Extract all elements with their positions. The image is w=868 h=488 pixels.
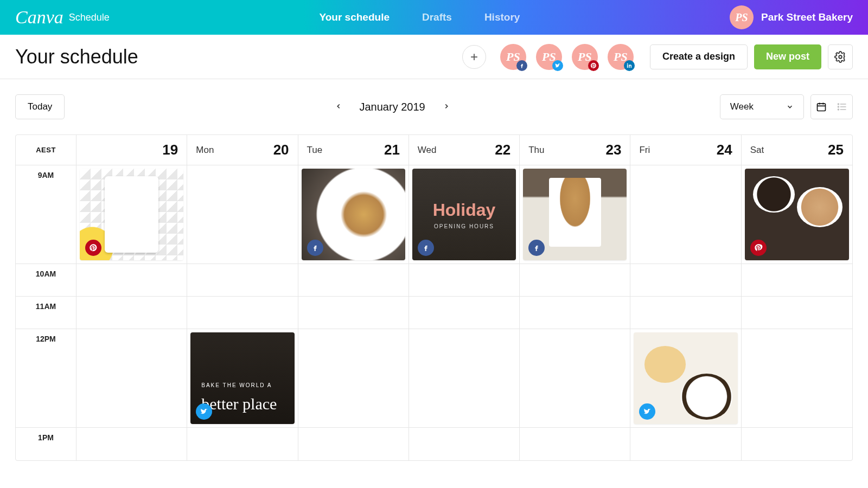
calendar-cell[interactable] bbox=[520, 297, 630, 329]
calendar-cell[interactable] bbox=[742, 428, 852, 460]
calendar-cell[interactable] bbox=[520, 329, 630, 428]
scheduled-post[interactable] bbox=[523, 169, 627, 260]
day-header: Mon20 bbox=[187, 135, 298, 165]
calendar-cell[interactable] bbox=[76, 165, 187, 264]
calendar-cell[interactable] bbox=[187, 428, 298, 460]
calendar-cell[interactable] bbox=[520, 264, 630, 297]
day-header: Wed22 bbox=[409, 135, 520, 165]
svg-point-0 bbox=[839, 55, 842, 59]
user-name: Park Street Bakery bbox=[761, 11, 853, 23]
calendar-cell[interactable] bbox=[298, 428, 409, 460]
scheduled-post[interactable] bbox=[302, 169, 405, 260]
view-mode-toggle bbox=[810, 94, 853, 119]
calendar-cell[interactable] bbox=[76, 264, 187, 297]
post-title: Holiday bbox=[433, 200, 496, 220]
period-nav: January 2019 bbox=[65, 98, 719, 116]
calendar-cell[interactable] bbox=[630, 329, 741, 428]
nav-drafts[interactable]: Drafts bbox=[422, 11, 452, 23]
calendar-cell[interactable] bbox=[298, 165, 409, 264]
calendar-header-row: AEST 19 Mon20 Tue21 Wed22 Thu23 Fri24 Sa… bbox=[16, 135, 852, 165]
svg-point-9 bbox=[838, 106, 839, 107]
scheduled-post[interactable] bbox=[634, 332, 737, 424]
topbar: Canva Schedule Your schedule Drafts Hist… bbox=[0, 0, 868, 35]
scheduled-post[interactable] bbox=[745, 169, 849, 260]
calendar-cell[interactable] bbox=[298, 329, 409, 428]
calendar-cell[interactable] bbox=[742, 329, 852, 428]
calendar-cell[interactable] bbox=[187, 264, 298, 297]
calendar-view-button[interactable] bbox=[811, 95, 832, 119]
sub-header: Your schedule + PS PS PS PS Create a des… bbox=[0, 35, 868, 79]
hour-row: 9AM Holiday OPENING HOURS bbox=[16, 165, 852, 264]
linkedin-icon bbox=[624, 60, 635, 71]
calendar-cell[interactable] bbox=[630, 297, 741, 329]
calendar-cell[interactable] bbox=[76, 329, 187, 428]
hour-label: 9AM bbox=[16, 165, 76, 264]
today-button[interactable]: Today bbox=[15, 94, 65, 119]
hour-label: 12PM bbox=[16, 329, 76, 428]
view-range-select[interactable]: Week bbox=[720, 94, 804, 119]
facebook-icon bbox=[528, 240, 545, 256]
connected-accounts: + PS PS PS PS bbox=[462, 44, 637, 70]
list-view-button[interactable] bbox=[832, 95, 852, 119]
top-nav: Your schedule Drafts History bbox=[110, 11, 730, 23]
calendar-cell[interactable]: Holiday OPENING HOURS bbox=[409, 165, 520, 264]
calendar-cell[interactable] bbox=[520, 165, 630, 264]
calendar-cell[interactable] bbox=[630, 165, 741, 264]
post-headline: better place bbox=[201, 395, 277, 413]
svg-point-10 bbox=[838, 109, 839, 110]
hour-row: 10AM bbox=[16, 264, 852, 297]
nav-history[interactable]: History bbox=[484, 11, 520, 23]
scheduled-post[interactable]: Holiday OPENING HOURS bbox=[412, 169, 516, 260]
brand-logo[interactable]: Canva Schedule bbox=[15, 7, 110, 28]
calendar-cell[interactable] bbox=[409, 428, 520, 460]
calendar-cell[interactable] bbox=[187, 165, 298, 264]
calendar-cell[interactable] bbox=[409, 264, 520, 297]
chevron-down-icon bbox=[786, 103, 794, 111]
calendar-cell[interactable] bbox=[298, 297, 409, 329]
twitter-icon bbox=[639, 403, 655, 420]
timezone-label: AEST bbox=[16, 135, 76, 165]
hour-row: 1PM bbox=[16, 428, 852, 460]
calendar-cell[interactable] bbox=[187, 297, 298, 329]
calendar-icon bbox=[816, 101, 827, 112]
hour-label: 11AM bbox=[16, 297, 76, 329]
svg-rect-1 bbox=[818, 104, 826, 111]
calendar-cell[interactable] bbox=[76, 428, 187, 460]
twitter-icon bbox=[552, 60, 563, 71]
calendar-cell[interactable]: BAKE THE WORLD A better place bbox=[187, 329, 298, 428]
hour-label: 10AM bbox=[16, 264, 76, 297]
account-twitter[interactable]: PS bbox=[536, 44, 562, 70]
day-header: Fri24 bbox=[630, 135, 741, 165]
calendar-cell[interactable] bbox=[76, 297, 187, 329]
facebook-icon bbox=[516, 60, 527, 71]
facebook-icon bbox=[307, 240, 323, 256]
scheduled-post[interactable] bbox=[80, 169, 183, 260]
account-pinterest[interactable]: PS bbox=[572, 44, 598, 70]
day-header: Tue21 bbox=[298, 135, 409, 165]
calendar-cell[interactable] bbox=[630, 264, 741, 297]
calendar-cell[interactable] bbox=[742, 264, 852, 297]
pinterest-icon bbox=[750, 240, 767, 256]
account-facebook[interactable]: PS bbox=[500, 44, 526, 70]
scheduled-post[interactable]: BAKE THE WORLD A better place bbox=[190, 332, 294, 424]
new-post-button[interactable]: New post bbox=[754, 44, 821, 69]
list-icon bbox=[837, 101, 847, 112]
settings-button[interactable] bbox=[828, 44, 853, 69]
next-period-button[interactable] bbox=[439, 98, 454, 116]
calendar-cell[interactable] bbox=[630, 428, 741, 460]
account-linkedin[interactable]: PS bbox=[608, 44, 634, 70]
prev-period-button[interactable] bbox=[331, 98, 346, 116]
pinterest-icon bbox=[588, 60, 599, 71]
create-design-button[interactable]: Create a design bbox=[650, 44, 748, 69]
nav-schedule[interactable]: Your schedule bbox=[319, 11, 390, 23]
pinterest-icon bbox=[85, 240, 101, 256]
calendar-cell[interactable] bbox=[520, 428, 630, 460]
day-header: Thu23 bbox=[520, 135, 630, 165]
user-chip[interactable]: PS Park Street Bakery bbox=[730, 5, 853, 29]
calendar-cell[interactable] bbox=[742, 297, 852, 329]
add-account-button[interactable]: + bbox=[462, 45, 486, 69]
calendar-cell[interactable] bbox=[298, 264, 409, 297]
calendar-cell[interactable] bbox=[742, 165, 852, 264]
calendar-cell[interactable] bbox=[409, 329, 520, 428]
calendar-cell[interactable] bbox=[409, 297, 520, 329]
